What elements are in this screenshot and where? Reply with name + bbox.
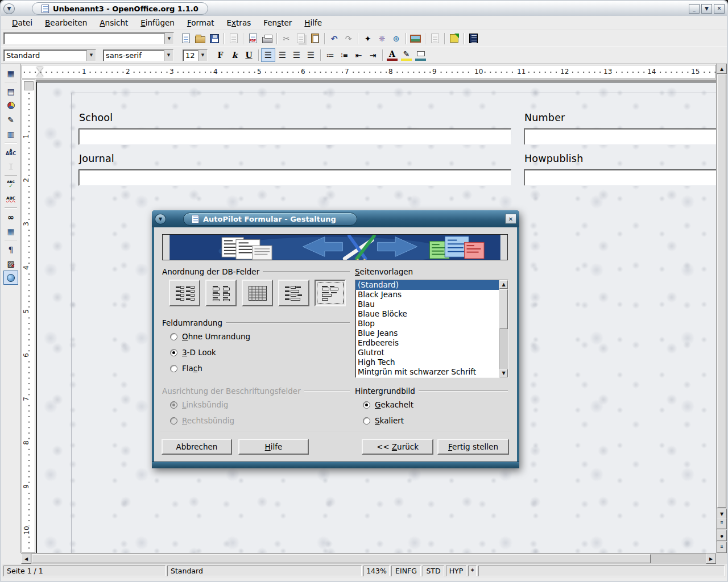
list-item[interactable]: Blaue Blöcke [355, 309, 508, 319]
status-zoom[interactable]: 143% [363, 566, 390, 576]
chevron-down-icon[interactable]: ▼ [164, 33, 173, 44]
undo-button[interactable]: ↶ [327, 32, 341, 45]
list-item[interactable]: Blau [355, 300, 508, 309]
export-pdf-button[interactable] [246, 32, 260, 45]
bookmark-button[interactable] [447, 32, 461, 45]
stylist-button[interactable]: ❈ [375, 32, 389, 45]
status-page-style[interactable]: Standard [167, 566, 362, 576]
minimize-button[interactable]: _ [689, 4, 700, 14]
copy-button[interactable] [293, 32, 308, 45]
menu-fenster[interactable]: Fenster [257, 17, 298, 28]
horizontal-ruler[interactable]: 1 2 3 4 5 6 7 8 9 10 11 12 13 14 15 [22, 65, 716, 78]
formatting-marks-button[interactable]: ¶ [3, 242, 18, 256]
chevron-down-icon[interactable]: ▼ [86, 50, 96, 61]
online-layout-button[interactable] [3, 271, 18, 285]
field-input-howpublish[interactable] [524, 169, 716, 186]
vertical-scrollbar[interactable]: ▲ ▼ ⇈ ● ⇊ [716, 64, 727, 553]
menu-datei[interactable]: Datei [6, 17, 39, 28]
radio-gekachelt[interactable]: Gekachelt [363, 400, 413, 409]
form-functions-button[interactable]: ▥ [3, 127, 18, 141]
scroll-left-button[interactable]: ◀ [21, 554, 31, 564]
close-button[interactable]: ✕ [714, 4, 725, 14]
scroll-down-button[interactable]: ▼ [499, 369, 508, 377]
list-item[interactable]: Glutrot [355, 348, 508, 357]
cut-button[interactable]: ✂ [279, 32, 293, 45]
highlighting-button[interactable]: ✎ [399, 48, 413, 62]
edit-file-button[interactable] [226, 32, 241, 45]
font-color-button[interactable]: A [385, 48, 399, 62]
url-combobox[interactable]: ▼ [3, 32, 174, 44]
radio-flach[interactable]: Flach [170, 364, 202, 373]
horizontal-scrollbar-thumb[interactable] [32, 554, 651, 563]
menu-extras[interactable]: Extras [221, 17, 258, 28]
page-styles-listbox[interactable]: (Standard) Black Jeans Blau Blaue Blöcke… [355, 280, 508, 378]
spellcheck-button[interactable]: ABC✓ [3, 177, 18, 192]
draw-functions-button[interactable]: ✎ [3, 113, 18, 127]
increase-indent-button[interactable]: ⇥ [366, 48, 380, 62]
print-button[interactable] [260, 32, 274, 45]
arrangement-blocks-labels-above-button[interactable] [315, 280, 346, 306]
save-button[interactable] [207, 32, 221, 45]
decrease-indent-button[interactable]: ⇤ [351, 48, 366, 62]
radio-ohne-umrandung[interactable]: Ohne Umrandung [170, 332, 250, 341]
underline-button[interactable]: U [242, 48, 256, 62]
align-justify-button[interactable]: ☰ [304, 48, 318, 62]
paste-button[interactable] [308, 32, 322, 45]
insert-fields-button[interactable]: ▤ [3, 84, 18, 98]
align-left-button[interactable]: ☰ [261, 48, 275, 62]
list-item[interactable]: Erdbeereis [355, 338, 508, 348]
preview-button[interactable] [428, 32, 442, 45]
insert-object-button[interactable] [3, 98, 18, 113]
align-right-button[interactable]: ☰ [289, 48, 304, 62]
list-item[interactable]: Blue Jeans [355, 329, 508, 338]
insert-button[interactable]: ▦ [3, 66, 18, 80]
data-sources-view-button[interactable]: ▦ [3, 224, 18, 238]
redo-button[interactable]: ↷ [341, 32, 355, 45]
vertical-scrollbar-thumb[interactable] [717, 74, 726, 508]
list-item[interactable]: Blop [355, 319, 508, 329]
radio-skaliert[interactable]: Skaliert [363, 416, 404, 425]
paragraph-background-button[interactable] [413, 48, 428, 62]
status-selection-mode[interactable]: STD [423, 566, 444, 576]
scroll-right-button[interactable]: ▶ [706, 554, 716, 564]
list-item[interactable]: Mintgrün mit schwarzer Schrift [355, 367, 508, 377]
maximize-button[interactable]: ▼ [701, 4, 712, 14]
listbox-scrollbar-thumb[interactable] [499, 289, 508, 329]
align-center-button[interactable]: ☰ [275, 48, 289, 62]
menu-bearbeiten[interactable]: Bearbeiten [39, 17, 93, 28]
list-item[interactable]: Black Jeans [355, 290, 508, 300]
autotext-button[interactable]: AABC [3, 145, 18, 159]
scroll-up-button[interactable]: ▲ [499, 280, 508, 289]
hyperlink-dialog-button[interactable]: ⊕ [389, 32, 403, 45]
chevron-down-icon[interactable]: ▼ [198, 50, 207, 61]
vertical-ruler[interactable]: 1 2 3 4 5 6 7 8 9 10 [22, 80, 35, 553]
radio-3d-look[interactable]: 3-D Look [170, 348, 216, 357]
bullet-list-button[interactable]: ⁝≡ [337, 48, 351, 62]
list-item[interactable]: High Tech [355, 357, 508, 367]
font-name-combobox[interactable]: sans-serif▼ [103, 49, 173, 61]
arrangement-as-datasheet-button[interactable] [242, 280, 273, 306]
margin-indicator-icon[interactable] [36, 67, 44, 77]
gallery-button[interactable] [408, 32, 423, 45]
dialog-close-button[interactable]: ✕ [505, 214, 516, 224]
back-button[interactable]: << Zurück [362, 439, 433, 455]
arrangement-columns-labels-left-button[interactable] [169, 280, 200, 306]
italic-button[interactable]: k [228, 48, 242, 62]
menu-einfuegen[interactable]: Einfügen [134, 17, 181, 28]
help-button[interactable]: Hilfe [238, 439, 309, 455]
field-input-school[interactable] [78, 128, 511, 145]
listbox-scrollbar[interactable]: ▲ ▼ [499, 280, 508, 377]
field-input-number[interactable] [524, 128, 716, 145]
open-button[interactable] [193, 32, 207, 45]
list-item[interactable]: (Standard) [355, 280, 508, 290]
numbered-list-button[interactable]: ≔ [323, 48, 337, 62]
next-page-button[interactable]: ⇊ [717, 542, 727, 553]
horizontal-scrollbar[interactable]: ◀ ▶ [21, 553, 716, 564]
new-document-button[interactable] [179, 32, 193, 45]
menu-ansicht[interactable]: Ansicht [93, 17, 134, 28]
previous-page-button[interactable]: ⇈ [717, 518, 727, 529]
font-size-combobox[interactable]: 12▼ [183, 49, 208, 61]
menu-format[interactable]: Format [181, 17, 221, 28]
arrangement-blocks-labels-left-button[interactable] [278, 280, 309, 306]
paragraph-style-combobox[interactable]: Standard▼ [3, 49, 96, 61]
